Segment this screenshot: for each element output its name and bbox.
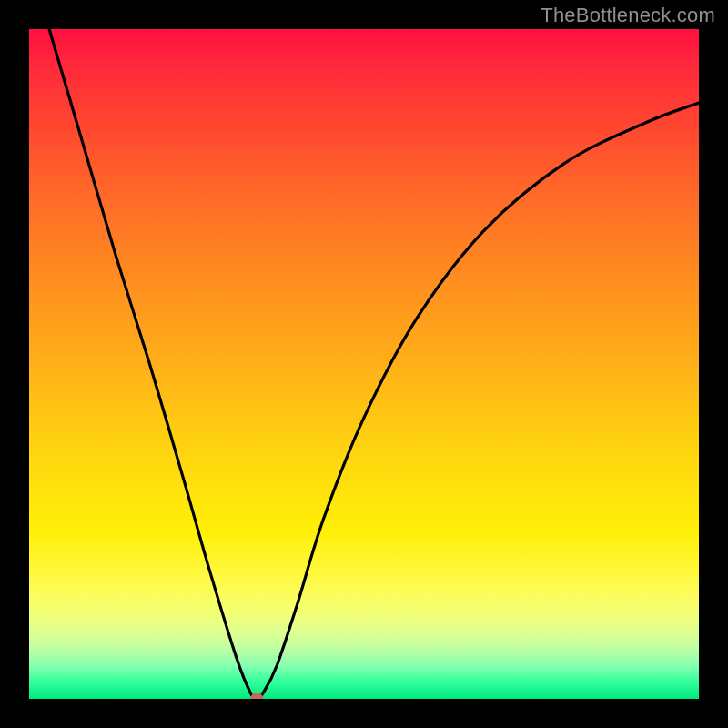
plot-area: [29, 29, 699, 699]
chart-frame: TheBottleneck.com: [0, 0, 728, 728]
bottleneck-curve: [49, 29, 699, 699]
watermark-text: TheBottleneck.com: [541, 4, 715, 27]
curve-layer: [29, 29, 699, 699]
